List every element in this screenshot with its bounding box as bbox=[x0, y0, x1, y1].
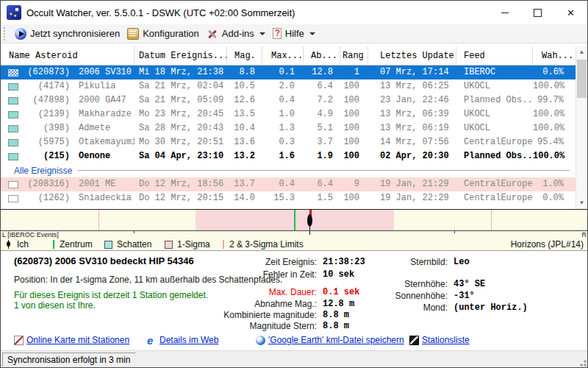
sigma3-limit-line bbox=[491, 210, 492, 230]
links-row: Online Karte mit Stationen Details im We… bbox=[1, 333, 588, 350]
event-date: Mo 23 Mrz, 20:45 bbox=[135, 107, 227, 121]
column-header-ab[interactable]: Ab... bbox=[304, 46, 340, 65]
help-label: Hilfe bbox=[285, 28, 304, 39]
feed: UKOCL bbox=[456, 79, 533, 93]
all-events-separator: Alle Ereignisse bbox=[1, 163, 577, 177]
help-icon bbox=[273, 28, 282, 39]
column-header-feed[interactable]: Feed bbox=[456, 46, 533, 65]
ephemeris-source-label: Horizons (JPL#14) bbox=[511, 239, 584, 250]
online-map-link[interactable]: Online Karte mit Stationen bbox=[14, 335, 129, 345]
table-row[interactable]: (5975) Otakemayumi Mo 30 Mrz, 20:51 13.6… bbox=[1, 135, 577, 149]
sigma3-limit-line bbox=[98, 210, 99, 230]
magnitude: 13.7 bbox=[227, 177, 262, 191]
table-row[interactable]: (2139) Makharadze Mo 23 Mrz, 20:45 13.5 … bbox=[1, 107, 577, 121]
event-title: (620873) 2006 SV310 bedeckt HIP 54346 bbox=[14, 255, 194, 266]
web-details-label: Details im Web bbox=[159, 335, 218, 345]
probability: 0.6% bbox=[533, 66, 574, 79]
table-scrollbar[interactable]: ▲ ▼ bbox=[576, 46, 587, 209]
mag-drop: 12.8 bbox=[304, 66, 340, 79]
max-duration: 1.3 bbox=[262, 121, 304, 135]
table-row[interactable]: (208316) 2001 ME Do 12 Mrz, 18:56 13.7 0… bbox=[1, 177, 577, 191]
maximize-button[interactable] bbox=[521, 1, 554, 24]
help-menu-button[interactable]: Hilfe bbox=[269, 26, 319, 40]
station-list-link[interactable]: Stationsliste bbox=[409, 335, 470, 345]
column-header-mag[interactable]: Mag. bbox=[227, 46, 262, 65]
minimize-button[interactable] bbox=[488, 1, 521, 24]
probability: 100.0% bbox=[533, 79, 574, 93]
status-cell bbox=[1, 79, 26, 93]
close-button[interactable]: ✕ bbox=[554, 1, 587, 24]
one-sigma-swatch-icon bbox=[165, 241, 173, 249]
rank: 100 bbox=[340, 121, 368, 135]
magnitude: 8.8 bbox=[227, 66, 262, 79]
scroll-up-arrow-icon[interactable]: ▲ bbox=[576, 46, 587, 58]
my-station-marker[interactable] bbox=[307, 214, 312, 227]
legend-1sigma: 1-Sigma bbox=[177, 239, 210, 250]
max-duration: 1.6 bbox=[262, 149, 304, 163]
rank: 100 bbox=[340, 107, 368, 121]
column-header-name[interactable]: Name Asteroid bbox=[1, 46, 135, 65]
feed: UKOCL bbox=[456, 121, 533, 135]
last-update: 13 Mrz, 06:25 bbox=[368, 79, 456, 93]
column-header-wah[interactable]: Wah... bbox=[533, 46, 574, 65]
sync-icon bbox=[15, 28, 26, 40]
asteroid-number: (620873) bbox=[26, 66, 73, 79]
google-earth-kml-link[interactable]: 'Google Earth' kml-Datei speichern bbox=[256, 335, 404, 345]
field-label: Magnitude Stern: bbox=[170, 321, 317, 331]
app-window: Occult Watcher, ver. 5.5.0.1 - DSWK (UTC… bbox=[0, 0, 588, 368]
resize-grip[interactable] bbox=[579, 359, 587, 367]
addins-menu-button[interactable]: Add-ins bbox=[203, 26, 269, 41]
center-line bbox=[294, 210, 295, 230]
field-value: 10 sek bbox=[323, 269, 354, 280]
scroll-down-arrow-icon[interactable]: ▼ bbox=[576, 197, 587, 209]
last-update: 13 Mrz, 06:39 bbox=[368, 107, 456, 121]
title-bar: Occult Watcher, ver. 5.5.0.1 - DSWK (UTC… bbox=[1, 1, 587, 24]
close-icon: ✕ bbox=[567, 8, 575, 18]
toolbar-grip[interactable] bbox=[4, 27, 7, 40]
field-value: 8.8 m bbox=[323, 321, 349, 331]
feed: CentralEurope bbox=[456, 191, 533, 205]
window-controls: ✕ bbox=[488, 1, 587, 24]
event-date: Mi 18 Mrz, 21:38 bbox=[135, 66, 227, 79]
table-row[interactable]: (1262) Sniadeckia Do 12 Mrz, 20:15 14.0 … bbox=[1, 191, 577, 205]
configuration-button[interactable]: Konfiguration bbox=[123, 26, 203, 41]
status-bar: Synchronisation erfolgt in 3 min bbox=[1, 350, 588, 368]
magnitude: 10.5 bbox=[227, 79, 262, 93]
asteroid-name: Pikulia bbox=[73, 79, 135, 93]
shadow-path-icon bbox=[8, 83, 18, 91]
table-row-selected[interactable]: (620873) 2006 SV310 Mi 18 Mrz, 21:38 8.8… bbox=[1, 66, 577, 79]
sync-now-button[interactable]: Jetzt synchronisieren bbox=[11, 26, 123, 41]
web-details-link[interactable]: Details im Web bbox=[147, 335, 218, 345]
mag-drop: 4.9 bbox=[304, 107, 340, 121]
rank: 9 bbox=[340, 177, 368, 191]
legend-ich: Ich bbox=[17, 239, 29, 250]
table-row[interactable]: (398) Admete Sa 28 Mrz, 20:43 10.4 1.3 5… bbox=[1, 121, 577, 135]
scrollbar-thumb[interactable] bbox=[577, 60, 587, 98]
column-header-rang[interactable]: Rang bbox=[340, 46, 368, 65]
table-row[interactable]: (4174) Pikulia Sa 21 Mrz, 02:04 10.5 2.0… bbox=[1, 79, 577, 93]
max-duration: 1.0 bbox=[262, 107, 304, 121]
status-cell bbox=[1, 191, 26, 205]
outside-path-icon bbox=[8, 69, 18, 77]
sync-status-text: Synchronisation erfolgt in 3 min bbox=[2, 353, 136, 367]
feed: UKOCL bbox=[456, 107, 533, 121]
column-header-update[interactable]: Letztes Update bbox=[368, 46, 456, 65]
shadow-path-icon bbox=[8, 111, 18, 118]
shadow-path-icon bbox=[8, 139, 18, 146]
table-row[interactable]: (47898) 2000 GA47 Sa 21 Mrz, 05:09 12.6 … bbox=[1, 93, 577, 107]
magnitude: 13.5 bbox=[227, 107, 262, 121]
table-row[interactable]: (215) Oenone Sa 04 Apr, 23:10 13.2 1.6 1… bbox=[1, 149, 577, 163]
last-update: 19 Jan, 21:29 bbox=[368, 177, 456, 191]
google-earth-kml-label: 'Google Earth' kml-Datei speichern bbox=[268, 335, 404, 345]
asteroid-name: Makharadze bbox=[73, 107, 135, 121]
field-value: (unter Horiz.) bbox=[453, 302, 528, 313]
shadow-path-icon bbox=[8, 125, 18, 132]
event-date: Do 12 Mrz, 18:56 bbox=[135, 177, 227, 191]
toolbar: Jetzt synchronisieren Konfiguration Add-… bbox=[1, 24, 587, 43]
station-list-icon bbox=[409, 336, 419, 345]
asteroid-number: (5975) bbox=[26, 135, 73, 149]
minimize-icon bbox=[501, 13, 509, 13]
column-header-max[interactable]: Max... bbox=[262, 46, 304, 65]
field-label: Zeit Ereignis: bbox=[170, 257, 317, 267]
column-header-datum[interactable]: Datum Ereignis... bbox=[135, 46, 227, 65]
